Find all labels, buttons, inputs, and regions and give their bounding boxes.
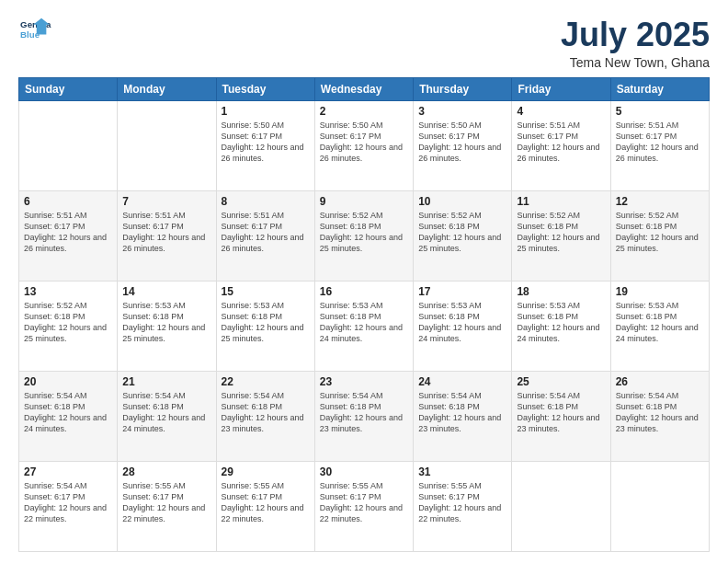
logo: General Blue: [18, 17, 51, 44]
day-number: 13: [24, 285, 112, 298]
header-friday: Friday: [512, 77, 610, 100]
logo-icon: General Blue: [18, 17, 51, 44]
calendar-cell: 6Sunrise: 5:51 AM Sunset: 6:17 PM Daylig…: [19, 190, 118, 281]
day-number: 31: [418, 465, 506, 478]
calendar-cell: 17Sunrise: 5:53 AM Sunset: 6:18 PM Dayli…: [414, 281, 512, 371]
day-number: 5: [616, 105, 704, 118]
day-info: Sunrise: 5:52 AM Sunset: 6:18 PM Dayligh…: [616, 210, 704, 255]
calendar-cell: 20Sunrise: 5:54 AM Sunset: 6:18 PM Dayli…: [19, 371, 118, 461]
day-info: Sunrise: 5:54 AM Sunset: 6:18 PM Dayligh…: [222, 390, 310, 435]
calendar-cell: [19, 100, 118, 190]
day-info: Sunrise: 5:51 AM Sunset: 6:17 PM Dayligh…: [122, 210, 210, 255]
day-info: Sunrise: 5:51 AM Sunset: 6:17 PM Dayligh…: [24, 210, 112, 255]
calendar-cell: 10Sunrise: 5:52 AM Sunset: 6:18 PM Dayli…: [414, 190, 512, 281]
week-row-5: 27Sunrise: 5:54 AM Sunset: 6:17 PM Dayli…: [19, 461, 710, 551]
day-number: 15: [222, 285, 310, 298]
day-number: 14: [122, 285, 210, 298]
day-info: Sunrise: 5:54 AM Sunset: 6:18 PM Dayligh…: [616, 390, 704, 435]
day-number: 1: [222, 105, 310, 118]
svg-text:General: General: [20, 19, 51, 29]
day-info: Sunrise: 5:51 AM Sunset: 6:17 PM Dayligh…: [616, 120, 704, 165]
calendar-cell: 11Sunrise: 5:52 AM Sunset: 6:18 PM Dayli…: [512, 190, 610, 281]
day-number: 2: [320, 105, 408, 118]
calendar-cell: 15Sunrise: 5:53 AM Sunset: 6:18 PM Dayli…: [216, 281, 314, 371]
week-row-1: 1Sunrise: 5:50 AM Sunset: 6:17 PM Daylig…: [19, 100, 710, 190]
day-info: Sunrise: 5:50 AM Sunset: 6:17 PM Dayligh…: [222, 120, 310, 165]
subtitle: Tema New Town, Ghana: [561, 55, 710, 70]
day-info: Sunrise: 5:54 AM Sunset: 6:18 PM Dayligh…: [122, 390, 210, 435]
calendar-cell: 12Sunrise: 5:52 AM Sunset: 6:18 PM Dayli…: [610, 190, 709, 281]
calendar-cell: 9Sunrise: 5:52 AM Sunset: 6:18 PM Daylig…: [314, 190, 413, 281]
day-info: Sunrise: 5:50 AM Sunset: 6:17 PM Dayligh…: [418, 120, 506, 165]
calendar-cell: 21Sunrise: 5:54 AM Sunset: 6:18 PM Dayli…: [118, 371, 216, 461]
calendar-cell: 14Sunrise: 5:53 AM Sunset: 6:18 PM Dayli…: [118, 281, 216, 371]
day-info: Sunrise: 5:54 AM Sunset: 6:18 PM Dayligh…: [24, 390, 112, 435]
calendar-cell: 24Sunrise: 5:54 AM Sunset: 6:18 PM Dayli…: [414, 371, 512, 461]
header-row: Sunday Monday Tuesday Wednesday Thursday…: [19, 77, 710, 100]
day-info: Sunrise: 5:53 AM Sunset: 6:18 PM Dayligh…: [418, 300, 506, 345]
calendar-cell: 13Sunrise: 5:52 AM Sunset: 6:18 PM Dayli…: [19, 281, 118, 371]
calendar-cell: 19Sunrise: 5:53 AM Sunset: 6:18 PM Dayli…: [610, 281, 709, 371]
header-saturday: Saturday: [610, 77, 709, 100]
header-tuesday: Tuesday: [216, 77, 314, 100]
day-number: 16: [320, 285, 408, 298]
day-info: Sunrise: 5:52 AM Sunset: 6:18 PM Dayligh…: [418, 210, 506, 255]
day-number: 17: [418, 285, 506, 298]
page: General Blue July 2025 Tema New Town, Gh…: [0, 0, 728, 563]
day-number: 4: [517, 105, 605, 118]
calendar-cell: 7Sunrise: 5:51 AM Sunset: 6:17 PM Daylig…: [118, 190, 216, 281]
day-info: Sunrise: 5:50 AM Sunset: 6:17 PM Dayligh…: [320, 120, 408, 165]
day-number: 18: [517, 285, 605, 298]
day-info: Sunrise: 5:52 AM Sunset: 6:18 PM Dayligh…: [320, 210, 408, 255]
day-number: 20: [24, 375, 112, 388]
day-number: 3: [418, 105, 506, 118]
calendar-cell: [118, 100, 216, 190]
calendar-cell: 8Sunrise: 5:51 AM Sunset: 6:17 PM Daylig…: [216, 190, 314, 281]
day-info: Sunrise: 5:54 AM Sunset: 6:18 PM Dayligh…: [418, 390, 506, 435]
day-number: 27: [24, 465, 112, 478]
day-info: Sunrise: 5:53 AM Sunset: 6:18 PM Dayligh…: [122, 300, 210, 345]
day-number: 29: [222, 465, 310, 478]
week-row-4: 20Sunrise: 5:54 AM Sunset: 6:18 PM Dayli…: [19, 371, 710, 461]
day-number: 10: [418, 195, 506, 208]
calendar-cell: 26Sunrise: 5:54 AM Sunset: 6:18 PM Dayli…: [610, 371, 709, 461]
title-block: July 2025 Tema New Town, Ghana: [561, 17, 710, 70]
calendar-cell: 16Sunrise: 5:53 AM Sunset: 6:18 PM Dayli…: [314, 281, 413, 371]
calendar-table: Sunday Monday Tuesday Wednesday Thursday…: [18, 77, 710, 552]
day-info: Sunrise: 5:54 AM Sunset: 6:18 PM Dayligh…: [320, 390, 408, 435]
day-info: Sunrise: 5:53 AM Sunset: 6:18 PM Dayligh…: [320, 300, 408, 345]
day-number: 19: [616, 285, 704, 298]
day-number: 12: [616, 195, 704, 208]
calendar-cell: 22Sunrise: 5:54 AM Sunset: 6:18 PM Dayli…: [216, 371, 314, 461]
day-info: Sunrise: 5:51 AM Sunset: 6:17 PM Dayligh…: [517, 120, 605, 165]
calendar-cell: [512, 461, 610, 551]
calendar-cell: 30Sunrise: 5:55 AM Sunset: 6:17 PM Dayli…: [314, 461, 413, 551]
day-info: Sunrise: 5:55 AM Sunset: 6:17 PM Dayligh…: [222, 480, 310, 525]
day-info: Sunrise: 5:54 AM Sunset: 6:18 PM Dayligh…: [517, 390, 605, 435]
day-info: Sunrise: 5:54 AM Sunset: 6:17 PM Dayligh…: [24, 480, 112, 525]
calendar-cell: 31Sunrise: 5:55 AM Sunset: 6:17 PM Dayli…: [414, 461, 512, 551]
day-info: Sunrise: 5:55 AM Sunset: 6:17 PM Dayligh…: [320, 480, 408, 525]
calendar-cell: 4Sunrise: 5:51 AM Sunset: 6:17 PM Daylig…: [512, 100, 610, 190]
calendar-cell: 28Sunrise: 5:55 AM Sunset: 6:17 PM Dayli…: [118, 461, 216, 551]
calendar-cell: 23Sunrise: 5:54 AM Sunset: 6:18 PM Dayli…: [314, 371, 413, 461]
day-info: Sunrise: 5:53 AM Sunset: 6:18 PM Dayligh…: [222, 300, 310, 345]
week-row-2: 6Sunrise: 5:51 AM Sunset: 6:17 PM Daylig…: [19, 190, 710, 281]
day-info: Sunrise: 5:51 AM Sunset: 6:17 PM Dayligh…: [222, 210, 310, 255]
calendar-cell: 27Sunrise: 5:54 AM Sunset: 6:17 PM Dayli…: [19, 461, 118, 551]
calendar-cell: 3Sunrise: 5:50 AM Sunset: 6:17 PM Daylig…: [414, 100, 512, 190]
calendar-cell: 1Sunrise: 5:50 AM Sunset: 6:17 PM Daylig…: [216, 100, 314, 190]
day-number: 30: [320, 465, 408, 478]
calendar-cell: 2Sunrise: 5:50 AM Sunset: 6:17 PM Daylig…: [314, 100, 413, 190]
day-number: 9: [320, 195, 408, 208]
calendar-cell: 29Sunrise: 5:55 AM Sunset: 6:17 PM Dayli…: [216, 461, 314, 551]
calendar-cell: [610, 461, 709, 551]
day-number: 6: [24, 195, 112, 208]
header-thursday: Thursday: [414, 77, 512, 100]
header-wednesday: Wednesday: [314, 77, 413, 100]
main-title: July 2025: [561, 17, 710, 53]
calendar-cell: 5Sunrise: 5:51 AM Sunset: 6:17 PM Daylig…: [610, 100, 709, 190]
day-number: 21: [122, 375, 210, 388]
calendar-cell: 18Sunrise: 5:53 AM Sunset: 6:18 PM Dayli…: [512, 281, 610, 371]
week-row-3: 13Sunrise: 5:52 AM Sunset: 6:18 PM Dayli…: [19, 281, 710, 371]
